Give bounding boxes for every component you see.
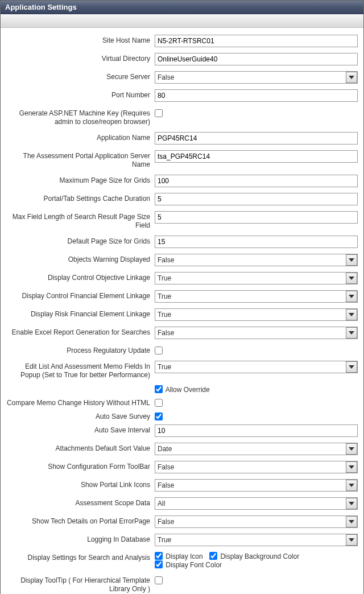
- select-attachments-sort[interactable]: Date: [155, 443, 358, 455]
- label-port-number: Port Number: [4, 89, 155, 100]
- checkbox-process-reg-update[interactable]: [155, 346, 163, 354]
- select-edit-list-memo-popup-value: True: [155, 361, 358, 373]
- label-ctrl-fin-elem-link: Display Control Financial Element Linkag…: [4, 290, 155, 300]
- row-application-name: Application Name: [4, 132, 360, 145]
- label-allow-override: Allow Override: [166, 386, 210, 394]
- wrap-allow-override[interactable]: Allow Override: [155, 386, 210, 394]
- input-assessment-server-name[interactable]: [155, 150, 358, 163]
- label-process-reg-update: Process Regulatory Update: [4, 345, 155, 355]
- select-secure-server-value: False: [155, 71, 358, 84]
- select-ctrl-fin-elem-link-value: True: [155, 290, 358, 303]
- chevron-down-icon[interactable]: [346, 498, 357, 509]
- row-assessment-server-name: The Assessment Portal Application Server…: [4, 150, 360, 169]
- input-default-page-size-grids[interactable]: [155, 236, 358, 248]
- select-show-portal-link-icons[interactable]: False: [155, 479, 358, 492]
- row-risk-fin-elem-link: Display Risk Financial Element Linkage T…: [4, 308, 360, 321]
- label-show-portal-link-icons: Show Portal Link Icons: [4, 479, 155, 489]
- checkbox-display-tooltip-hier[interactable]: [155, 576, 163, 584]
- label-display-bg: Display Background Color: [220, 552, 299, 560]
- row-secure-server: Secure Server False: [4, 71, 360, 84]
- checkbox-auto-save-survey[interactable]: [155, 412, 163, 420]
- input-max-field-len-search[interactable]: [155, 211, 358, 224]
- checkbox-display-font[interactable]: [155, 560, 163, 568]
- chevron-down-icon[interactable]: [346, 443, 357, 455]
- select-show-config-toolbar[interactable]: False: [155, 461, 358, 473]
- row-display-tooltip-hier: Display ToolTip ( For Hierarchical Templ…: [4, 575, 360, 593]
- wrap-display-icon[interactable]: Display Icon: [155, 552, 205, 560]
- row-attachments-sort: Attachments Default Sort Value Date: [4, 443, 360, 455]
- label-secure-server: Secure Server: [4, 71, 155, 81]
- select-assessment-scope[interactable]: All: [155, 497, 358, 510]
- chevron-down-icon[interactable]: [346, 534, 357, 546]
- row-assessment-scope: Assessment Scope Data All: [4, 497, 360, 510]
- chevron-down-icon[interactable]: [346, 480, 357, 491]
- row-generate-machine-key: Generate ASP.NET Machine Key (Requires a…: [4, 108, 360, 126]
- label-assessment-scope: Assessment Scope Data: [4, 497, 155, 508]
- select-excel-report-value: False: [155, 327, 358, 339]
- label-site-host-name: Site Host Name: [4, 35, 155, 45]
- chevron-down-icon[interactable]: [346, 361, 357, 373]
- select-edit-list-memo-popup[interactable]: True: [155, 361, 358, 373]
- label-display-font: Display Font Color: [166, 561, 222, 569]
- input-port-number[interactable]: [155, 89, 358, 102]
- row-portal-tab-cache: Portal/Tab Settings Cache Duration: [4, 193, 360, 205]
- checkbox-allow-override[interactable]: [155, 385, 163, 393]
- row-ctrl-fin-elem-link: Display Control Financial Element Linkag…: [4, 290, 360, 303]
- checkbox-display-icon[interactable]: [155, 552, 163, 560]
- toolbar-spacer: [1, 14, 363, 28]
- wrap-display-font[interactable]: Display Font Color: [155, 561, 222, 569]
- row-auto-save-interval: Auto Save Interval: [4, 424, 360, 437]
- chevron-down-icon[interactable]: [346, 273, 357, 284]
- label-attachments-sort: Attachments Default Sort Value: [4, 443, 155, 453]
- chevron-down-icon[interactable]: [346, 72, 357, 83]
- select-logging-db[interactable]: True: [155, 534, 358, 546]
- select-assessment-scope-value: All: [155, 497, 358, 510]
- label-excel-report: Enable Excel Report Generation for Searc…: [4, 327, 155, 337]
- row-edit-list-memo-popup: Edit List And Assessment Memo Fields In …: [4, 361, 360, 380]
- input-max-page-size-grids[interactable]: [155, 175, 358, 187]
- row-objects-warning: Objects Warning Displayed False: [4, 254, 360, 266]
- label-ctrl-obj-link: Display Control Objective Linkage: [4, 272, 155, 282]
- chevron-down-icon[interactable]: [346, 461, 357, 473]
- checkbox-generate-machine-key[interactable]: [155, 109, 163, 117]
- input-application-name[interactable]: [155, 132, 358, 145]
- select-show-tech-error[interactable]: False: [155, 515, 358, 528]
- label-virtual-directory: Virtual Directory: [4, 53, 155, 63]
- row-show-config-toolbar: Show Configuration Form ToolBar False: [4, 461, 360, 473]
- select-show-tech-error-value: False: [155, 515, 358, 528]
- row-port-number: Port Number: [4, 89, 360, 102]
- row-site-host-name: Site Host Name: [4, 35, 360, 47]
- select-ctrl-fin-elem-link[interactable]: True: [155, 290, 358, 303]
- input-virtual-directory[interactable]: [155, 53, 358, 65]
- select-risk-fin-elem-link[interactable]: True: [155, 308, 358, 321]
- select-risk-fin-elem-link-value: True: [155, 308, 358, 321]
- label-logging-db: Logging In Database: [4, 534, 155, 544]
- row-default-page-size-grids: Default Page Size for Grids: [4, 236, 360, 248]
- settings-window: Application Settings Site Host Name Virt…: [0, 0, 364, 594]
- select-objects-warning-value: False: [155, 254, 358, 266]
- label-show-config-toolbar: Show Configuration Form ToolBar: [4, 461, 155, 471]
- chevron-down-icon[interactable]: [346, 516, 357, 527]
- checkbox-display-bg[interactable]: [209, 552, 217, 560]
- chevron-down-icon[interactable]: [346, 291, 357, 302]
- input-auto-save-interval[interactable]: [155, 424, 358, 437]
- input-portal-tab-cache[interactable]: [155, 193, 358, 205]
- row-allow-override: Allow Override: [4, 385, 360, 394]
- select-excel-report[interactable]: False: [155, 327, 358, 339]
- label-generate-machine-key: Generate ASP.NET Machine Key (Requires a…: [4, 108, 155, 126]
- select-ctrl-obj-link[interactable]: True: [155, 272, 358, 284]
- select-ctrl-obj-link-value: True: [155, 272, 358, 284]
- chevron-down-icon[interactable]: [346, 254, 357, 266]
- select-secure-server[interactable]: False: [155, 71, 358, 84]
- row-process-reg-update: Process Regulatory Update: [4, 345, 360, 355]
- input-site-host-name[interactable]: [155, 35, 358, 47]
- label-risk-fin-elem-link: Display Risk Financial Element Linkage: [4, 308, 155, 319]
- label-display-settings-search: Display Settings for Search and Analysis: [4, 552, 155, 562]
- chevron-down-icon[interactable]: [346, 327, 357, 339]
- select-objects-warning[interactable]: False: [155, 254, 358, 266]
- label-objects-warning: Objects Warning Displayed: [4, 254, 155, 264]
- chevron-down-icon[interactable]: [346, 309, 357, 320]
- wrap-display-bg[interactable]: Display Background Color: [209, 552, 299, 560]
- label-allow-override-empty: [4, 385, 155, 387]
- checkbox-compare-memo-no-html[interactable]: [155, 399, 163, 407]
